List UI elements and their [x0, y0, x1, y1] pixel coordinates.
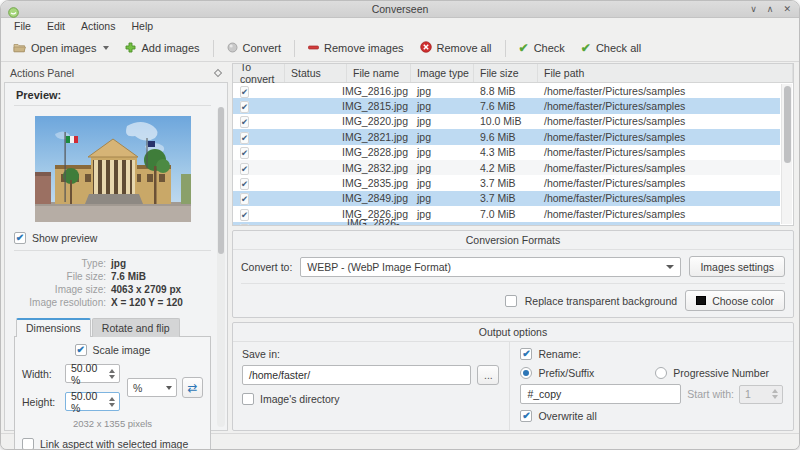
table-row[interactable]: ✔IMG_2815.jpgjpg7.6 MiB/home/faster/Pict… — [233, 98, 780, 113]
chevron-down-icon — [103, 46, 109, 50]
output-options-title: Output options — [233, 323, 793, 342]
conversion-formats-group: Conversion Formats Convert to: WEBP - (W… — [232, 230, 794, 318]
pixels-note: 2032 x 1355 pixels — [22, 418, 203, 429]
menu-actions[interactable]: Actions — [73, 19, 123, 34]
image-info: Type: jpg File size: 7.6 MiB Image size:… — [14, 258, 211, 308]
rename-checkbox[interactable]: ✔ — [520, 348, 532, 360]
unit-select[interactable]: % — [127, 378, 177, 397]
row-check-icon[interactable]: ✔ — [240, 101, 249, 113]
browse-button[interactable]: ... — [477, 365, 499, 385]
add-images-button[interactable]: Add images — [117, 39, 207, 58]
chevron-down-icon — [166, 386, 172, 390]
save-in-label: Save in: — [242, 348, 499, 360]
show-preview-checkbox[interactable]: ✔ — [14, 232, 26, 244]
column-header[interactable]: File path — [538, 64, 793, 82]
file-table-body: ✔IMG_2816.jpgjpg8.8 MiB/home/faster/Pict… — [233, 83, 780, 225]
remove-images-button[interactable]: Remove images — [300, 39, 411, 58]
minimize-button[interactable]: ∨ — [750, 5, 757, 14]
tab-rotate-and-flip[interactable]: Rotate and flip — [92, 318, 180, 337]
row-check-icon[interactable]: ✔ — [240, 209, 249, 221]
prefix-suffix-option[interactable]: Prefix/Suffix — [520, 367, 594, 379]
row-check-icon[interactable]: ✔ — [240, 116, 249, 128]
row-check-icon[interactable]: ✔ — [240, 132, 249, 144]
table-row[interactable]: ✔IMG_2816.jpgjpg8.8 MiB/home/faster/Pict… — [233, 83, 780, 98]
remove-icon — [308, 42, 319, 55]
open-images-button[interactable]: Open images — [5, 39, 117, 58]
dock-float-icon[interactable] — [214, 68, 222, 76]
remove-all-button[interactable]: Remove all — [412, 38, 500, 58]
row-check-icon[interactable]: ✔ — [240, 178, 249, 190]
table-scrollbar[interactable] — [781, 84, 792, 224]
column-header[interactable]: File name — [347, 64, 411, 82]
format-select[interactable]: WEBP - (WebP Image Format) — [300, 257, 681, 277]
images-settings-button[interactable]: Images settings — [689, 256, 785, 277]
progressive-number-radio[interactable] — [655, 367, 667, 379]
replace-background-checkbox[interactable] — [505, 295, 517, 307]
table-row[interactable]: ✔IMG_2821.jpgjpg9.6 MiB/home/faster/Pict… — [233, 129, 780, 144]
overwrite-all-row[interactable]: ✔ Overwrite all — [520, 410, 783, 422]
column-header[interactable]: To convert — [233, 64, 285, 82]
row-check-icon[interactable]: ✔ — [240, 86, 249, 98]
width-spinner[interactable]: 50.00 % — [65, 364, 120, 383]
menu-help[interactable]: Help — [123, 19, 161, 34]
column-header[interactable]: File size — [474, 64, 538, 82]
start-with-label: Start with: — [687, 388, 734, 400]
type-value: jpg — [111, 258, 211, 269]
prefix-suffix-radio[interactable] — [520, 367, 532, 379]
choose-color-button[interactable]: Choose color — [685, 290, 785, 311]
panel-scrollbar[interactable] — [217, 107, 225, 427]
link-aspect-checkbox[interactable] — [22, 438, 34, 450]
width-label: Width: — [22, 368, 60, 380]
rename-row[interactable]: ✔ Rename: — [520, 348, 783, 360]
convert-button[interactable]: Convert — [219, 39, 290, 58]
table-row[interactable]: ✔IMG_2849.jpgjpg3.7 MiB/home/faster/Pict… — [233, 191, 780, 206]
app-logo-icon — [8, 4, 19, 22]
table-row[interactable]: ✔IMG_2828.jpgjpg4.3 MiB/home/faster/Pict… — [233, 145, 780, 160]
row-check-icon[interactable]: ✔ — [240, 147, 249, 159]
spinner-arrows-icon[interactable] — [106, 397, 119, 407]
check-all-button[interactable]: ✔ Check all — [573, 39, 649, 57]
swap-dimensions-button[interactable]: ⇄ — [182, 377, 203, 398]
check-all-icon: ✔ — [581, 42, 591, 54]
close-button[interactable]: ✕ — [783, 5, 791, 14]
overwrite-all-checkbox[interactable]: ✔ — [520, 410, 532, 422]
table-row[interactable]: ✔IMG_2835.jpgjpg3.7 MiB/home/faster/Pict… — [233, 175, 780, 190]
remove-all-icon — [420, 41, 432, 55]
progressive-number-option[interactable]: Progressive Number — [655, 367, 769, 379]
row-check-icon[interactable]: ✔ — [240, 163, 249, 175]
titlebar[interactable]: Converseen ∨ ∧ ✕ — [1, 1, 799, 18]
resolution-label: Image resolution: — [14, 297, 106, 308]
convert-to-label: Convert to: — [241, 261, 292, 273]
image-size-value: 4063 x 2709 px — [111, 284, 211, 295]
row-check-icon[interactable]: ✔ — [240, 224, 249, 225]
row-check-icon[interactable]: ✔ — [240, 193, 249, 205]
preview-heading: Preview: — [14, 87, 211, 106]
column-header[interactable]: Image type — [411, 64, 474, 82]
menu-edit[interactable]: Edit — [39, 19, 73, 34]
images-directory-checkbox[interactable] — [242, 393, 254, 405]
conversion-formats-title: Conversion Formats — [233, 231, 793, 250]
table-row[interactable]: ✔IMG_2832.jpgjpg4.2 MiB/home/faster/Pict… — [233, 160, 780, 175]
table-row[interactable]: ✔IMG_2826-M...jpg4.5 MiB/home/faster/Pic… — [233, 222, 780, 225]
preview-image — [35, 116, 191, 222]
output-options-group: Output options Save in: /home/faster/ ..… — [232, 322, 794, 431]
scale-image-row[interactable]: ✔ Scale image — [22, 344, 203, 356]
start-with-spinner[interactable]: 1 — [739, 385, 783, 404]
image-size-label: Image size: — [14, 284, 106, 295]
tab-dimensions[interactable]: Dimensions — [16, 318, 91, 337]
resolution-value: X = 120 Y = 120 — [111, 297, 211, 308]
table-row[interactable]: ✔IMG_2826.jpgjpg7.0 MiB/home/faster/Pict… — [233, 206, 780, 221]
column-header[interactable]: Status — [285, 64, 347, 82]
rename-pattern-input[interactable]: #_copy — [520, 384, 681, 404]
link-aspect-row[interactable]: Link aspect with selected image — [22, 438, 203, 450]
table-row[interactable]: ✔IMG_2820.jpgjpg10.0 MiB/home/faster/Pic… — [233, 114, 780, 129]
check-button[interactable]: ✔ Check — [511, 39, 573, 57]
height-spinner[interactable]: 50.00 % — [65, 392, 120, 411]
spinner-arrows-icon[interactable] — [106, 369, 119, 379]
images-directory-row[interactable]: Image's directory — [242, 393, 499, 405]
maximize-button[interactable]: ∧ — [767, 5, 774, 14]
scale-image-checkbox[interactable]: ✔ — [75, 344, 87, 356]
save-path-input[interactable]: /home/faster/ — [242, 365, 471, 385]
show-preview-row[interactable]: ✔ Show preview — [14, 232, 211, 244]
actions-panel-title: Actions Panel — [10, 67, 74, 79]
